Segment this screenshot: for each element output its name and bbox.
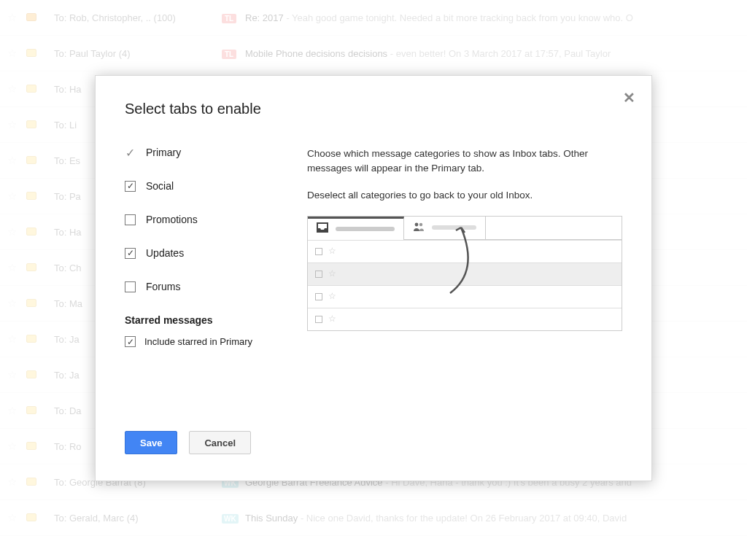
category-list: ✓Primary✓SocialPromotions✓UpdatesForumsS… bbox=[125, 147, 271, 347]
category-label: Updates bbox=[146, 247, 184, 259]
starred-section-heading: Starred messages bbox=[125, 314, 271, 326]
close-icon[interactable]: ✕ bbox=[623, 89, 635, 106]
category-forums[interactable]: Forums bbox=[125, 281, 271, 292]
include-starred-toggle[interactable]: ✓Include starred in Primary bbox=[125, 336, 271, 347]
dialog-desc-2: Deselect all categories to go back to yo… bbox=[307, 188, 622, 203]
save-button[interactable]: Save bbox=[125, 431, 177, 454]
category-label: Primary bbox=[146, 147, 181, 158]
preview-message-row: ☆ bbox=[308, 240, 622, 262]
category-social[interactable]: ✓Social bbox=[125, 180, 271, 192]
category-updates[interactable]: ✓Updates bbox=[125, 247, 271, 259]
preview-message-row: ☆ bbox=[308, 308, 622, 330]
checkbox: ✓ bbox=[125, 147, 136, 158]
checkbox[interactable] bbox=[125, 214, 136, 225]
checkbox[interactable]: ✓ bbox=[125, 336, 136, 347]
svg-point-1 bbox=[419, 223, 422, 226]
svg-point-0 bbox=[415, 223, 419, 227]
preview-tab-primary bbox=[308, 217, 404, 240]
dialog-desc-1: Choose which message categories to show … bbox=[307, 147, 622, 175]
select-tabs-dialog: ✕ Select tabs to enable ✓Primary✓SocialP… bbox=[95, 75, 652, 481]
preview-message-row: ☆ bbox=[308, 262, 622, 285]
dialog-title: Select tabs to enable bbox=[125, 101, 622, 117]
dialog-description: Choose which message categories to show … bbox=[307, 147, 622, 347]
cancel-button[interactable]: Cancel bbox=[189, 431, 251, 454]
category-promotions[interactable]: Promotions bbox=[125, 214, 271, 225]
people-icon bbox=[413, 220, 425, 235]
inbox-preview: ☆ ☆ ☆ ☆ bbox=[307, 216, 622, 331]
checkbox[interactable] bbox=[125, 281, 136, 292]
starred-label: Include starred in Primary bbox=[144, 336, 252, 347]
preview-tab-social bbox=[404, 217, 486, 240]
category-primary: ✓Primary bbox=[125, 147, 271, 158]
category-label: Social bbox=[146, 180, 174, 192]
checkbox[interactable]: ✓ bbox=[125, 181, 136, 192]
checkbox[interactable]: ✓ bbox=[125, 248, 136, 259]
inbox-icon bbox=[317, 222, 328, 236]
category-label: Promotions bbox=[146, 214, 198, 225]
preview-message-row: ☆ bbox=[308, 285, 622, 308]
category-label: Forums bbox=[146, 281, 180, 292]
